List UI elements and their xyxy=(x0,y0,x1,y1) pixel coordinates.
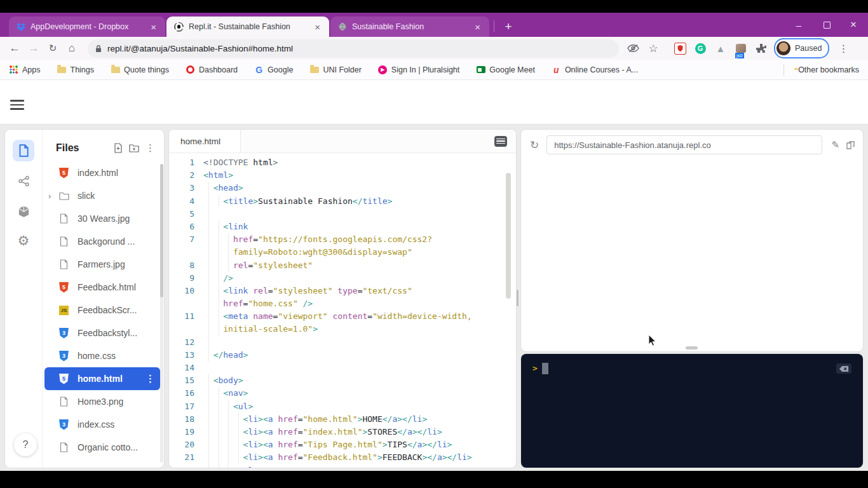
file-row-home3-png[interactable]: Home3.png xyxy=(42,390,164,413)
file-row-organic-cotto-[interactable]: Organic cotto... xyxy=(42,436,164,459)
reload-button[interactable]: ↻ xyxy=(43,43,62,54)
code-editor[interactable]: 1<!DOCTYPE html>2<html>3<head>4<title>Su… xyxy=(169,153,516,468)
console-panel[interactable]: > xyxy=(521,354,863,468)
files-panel: Files ⋮ 5index.html›slick30 Wears.jpgBac… xyxy=(42,130,164,468)
js-file-icon: JS xyxy=(58,306,69,315)
new-tab-button[interactable]: + xyxy=(499,18,517,36)
code-text: /> xyxy=(223,272,233,285)
file-row-index-css[interactable]: 3index.css xyxy=(42,413,164,436)
editor-scrollbar-thumb[interactable] xyxy=(506,173,511,299)
bookmark-sign-in-pluralsight[interactable]: ▶Sign In | Pluralsight xyxy=(378,65,459,74)
code-line: 14 xyxy=(169,362,516,374)
extension-shield-icon[interactable] xyxy=(674,42,686,55)
edit-pencil-icon[interactable]: ✎ xyxy=(831,139,839,151)
file-row-slick[interactable]: ›slick xyxy=(42,184,164,207)
file-row-index-html[interactable]: 5index.html xyxy=(42,161,164,184)
file-row-feedbackstyl-[interactable]: 3Feedbackstyl... xyxy=(42,322,164,344)
files-kebab-icon[interactable]: ⋮ xyxy=(146,142,155,154)
profile-sync-paused[interactable]: Paused xyxy=(774,38,829,58)
files-list: 5index.html›slick30 Wears.jpgBackgorund … xyxy=(42,160,164,460)
file-name: index.html xyxy=(78,168,159,178)
replit-favicon xyxy=(174,22,184,32)
bookmark-google[interactable]: GGoogle xyxy=(254,65,293,74)
hamburger-menu-icon[interactable] xyxy=(10,97,24,112)
bookmark-google-meet[interactable]: Google Meet xyxy=(476,65,535,74)
file-row-feedback-html[interactable]: 5Feedback.html xyxy=(42,276,164,299)
address-bar[interactable]: repl.it/@atanuja/Sustainable-Fashion#hom… xyxy=(88,39,619,58)
file-kebab-icon[interactable]: ⋮ xyxy=(146,373,155,384)
tab-close-icon[interactable]: × xyxy=(148,22,159,32)
tab-sustainable-fashion[interactable]: Sustainable Fashion × xyxy=(330,17,489,37)
code-line: 6<link xyxy=(169,220,516,233)
forward-button[interactable]: → xyxy=(24,42,43,55)
bookmark-things[interactable]: Things xyxy=(57,65,95,74)
file-name: Feedback.html xyxy=(78,282,159,292)
tab-close-icon[interactable]: × xyxy=(472,22,483,32)
udemy-icon: u xyxy=(552,65,561,74)
rail-files-icon[interactable] xyxy=(13,140,34,161)
other-bookmarks[interactable]: Other bookmarks xyxy=(783,64,859,76)
line-number: 19 xyxy=(169,426,203,438)
html-file-icon: 5 xyxy=(58,168,69,179)
rail-version-control-icon[interactable] xyxy=(13,170,34,192)
bookmark-uni-folder[interactable]: UNI Folder xyxy=(309,65,361,74)
code-text: <li><a href="home.html">HOME</a></li> xyxy=(243,413,428,426)
url-text: repl.it/@atanuja/Sustainable-Fashion#hom… xyxy=(107,44,293,53)
bookmark-label: Quote things xyxy=(124,65,169,74)
files-scrollbar-thumb[interactable] xyxy=(160,164,163,297)
bookmark-dashboard[interactable]: Dashboard xyxy=(186,65,238,74)
line-number: 12 xyxy=(169,336,203,349)
console-clear-icon[interactable] xyxy=(836,363,851,374)
browser-menu-kebab-icon[interactable]: ⋮ xyxy=(837,42,850,55)
editor-format-icon[interactable] xyxy=(494,136,507,147)
home-button[interactable]: ⌂ xyxy=(62,42,81,55)
preview-url-input[interactable] xyxy=(546,135,822,154)
file-name: 30 Wears.jpg xyxy=(78,214,159,224)
window-minimize-button[interactable]: – xyxy=(785,13,812,37)
extension-grammarly-icon[interactable]: G xyxy=(694,42,707,55)
code-line: 1<!DOCTYPE html> xyxy=(169,156,516,169)
bookmark-apps[interactable]: Apps xyxy=(9,65,41,74)
file-row-30-wears-jpg[interactable]: 30 Wears.jpg xyxy=(42,207,164,230)
extensions-puzzle-icon[interactable] xyxy=(755,42,768,55)
tab-dropbox[interactable]: AppDevelopment - Dropbox × xyxy=(9,17,165,37)
code-line: 12 xyxy=(169,336,516,349)
line-number: 6 xyxy=(169,220,203,233)
add-file-icon[interactable] xyxy=(114,143,123,153)
folder-icon xyxy=(111,65,120,74)
help-button[interactable]: ? xyxy=(14,433,37,456)
line-number xyxy=(169,246,203,259)
panel-resize-handle[interactable] xyxy=(517,290,519,306)
preview-refresh-icon[interactable]: ↻ xyxy=(530,139,539,152)
code-text: <title>Sustainable Fashion</title> xyxy=(223,195,392,208)
file-row-farmers-jpg[interactable]: Farmers.jpg xyxy=(42,253,164,276)
eye-off-icon[interactable] xyxy=(627,42,639,55)
bookmark-online-courses-a-[interactable]: uOnline Courses - A... xyxy=(552,65,638,74)
file-row-home-html[interactable]: 5home.html⋮ xyxy=(44,367,160,390)
file-icon xyxy=(58,214,69,224)
file-row-feedbackscr-[interactable]: JSFeedbackScr... xyxy=(42,299,164,322)
window-close-button[interactable]: × xyxy=(840,13,867,37)
open-external-icon[interactable] xyxy=(846,140,855,150)
bookmark-star-icon[interactable]: ☆ xyxy=(647,42,660,55)
console-resize-handle[interactable] xyxy=(686,346,698,349)
bookmark-label: Google xyxy=(268,65,293,74)
rail-settings-gear-icon[interactable]: ⚙ xyxy=(13,230,34,252)
rail-packages-icon[interactable] xyxy=(13,201,34,222)
tab-close-icon[interactable]: × xyxy=(312,22,323,32)
editor-tab-home-html[interactable]: home.html xyxy=(169,130,241,152)
code-text: initial-scale=1.0"> xyxy=(223,323,318,336)
folder-expander-icon[interactable]: › xyxy=(48,191,51,201)
bookmark-quote-things[interactable]: Quote things xyxy=(111,65,169,74)
line-number: 10 xyxy=(169,285,203,297)
tab-replit[interactable]: Repl.it - Sustainable Fashion × xyxy=(166,17,329,37)
extension-drive-icon[interactable]: ▲ xyxy=(714,42,727,55)
extension-js-icon[interactable]: js0 xyxy=(735,42,747,55)
window-maximize-button[interactable] xyxy=(813,13,840,37)
file-row-home-css[interactable]: 3home.css xyxy=(42,344,164,367)
add-folder-icon[interactable] xyxy=(129,144,139,152)
back-button[interactable]: ← xyxy=(5,42,24,55)
code-text: family=Roboto:wght@300&display=swap" xyxy=(233,246,412,259)
file-row-backgorund-[interactable]: Backgorund ... xyxy=(42,230,164,253)
google-icon: G xyxy=(254,65,264,74)
